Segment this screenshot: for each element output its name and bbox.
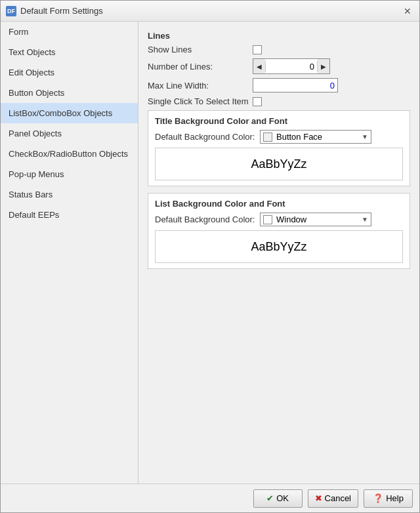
single-click-label: Single Click To Select Item [148,96,253,106]
ok-check-icon: ✔ [266,493,274,503]
show-lines-label: Show Lines [148,45,253,54]
sidebar-item-button-objects[interactable]: Button Objects [1,83,138,103]
list-bg-preview-text: AaBbYyZz [251,240,306,254]
help-icon: ❓ [373,493,383,503]
footer: ✔ OK ✖ Cancel ❓ Help [1,483,419,512]
show-lines-checkbox[interactable] [253,45,262,54]
lines-section-title: Lines [148,31,410,41]
number-of-lines-increment[interactable]: ▶ [318,59,329,73]
sidebar-item-form[interactable]: Form [1,22,138,42]
title-bg-color-label: Default Background Color: [155,132,260,142]
list-bg-section-title: List Background Color and Font [155,199,403,209]
title-bg-color-name: Button Face [276,132,362,142]
list-bg-preview: AaBbYyZz [155,230,403,263]
number-of-lines-input-group: ◀ 0 ▶ [253,58,330,74]
show-lines-row: Show Lines [148,45,410,54]
window: DF Default Form Settings ✕ Form Text Obj… [0,0,420,513]
max-line-width-label: Max Line Width: [148,81,253,91]
sidebar-item-listbox-combobox[interactable]: ListBox/ComboBox Objects [1,103,138,123]
help-label: Help [386,493,404,503]
ok-label: OK [276,493,289,503]
title-bg-color-row: Default Background Color: Button Face ▼ [155,130,403,144]
title-bg-dropdown-arrow-icon: ▼ [362,133,368,140]
help-button[interactable]: ❓ Help [364,489,413,508]
cancel-x-icon: ✖ [315,493,322,503]
sidebar-item-popup-menus[interactable]: Pop-up Menus [1,164,138,184]
ok-button[interactable]: ✔ OK [253,489,303,508]
sidebar-item-status-bars[interactable]: Status Bars [1,184,138,205]
cancel-button[interactable]: ✖ Cancel [308,489,358,508]
list-bg-dropdown-arrow-icon: ▼ [362,216,368,223]
sidebar-item-edit-objects[interactable]: Edit Objects [1,62,138,83]
title-bar: DF Default Form Settings ✕ [1,1,419,22]
single-click-checkbox[interactable] [253,97,262,106]
content-area: Form Text Objects Edit Objects Button Ob… [1,22,419,483]
title-bg-color-swatch [263,133,272,142]
sidebar-item-text-objects[interactable]: Text Objects [1,42,138,62]
sidebar-item-panel-objects[interactable]: Panel Objects [1,123,138,144]
list-bg-color-select[interactable]: Window ▼ [260,213,371,226]
number-of-lines-value: 0 [265,61,318,72]
list-bg-color-name: Window [276,215,362,224]
number-of-lines-label: Number of Lines: [148,62,253,72]
cancel-label: Cancel [325,493,351,503]
title-bg-preview-text: AaBbYyZz [251,157,306,171]
single-click-row: Single Click To Select Item [148,96,410,106]
title-bg-preview: AaBbYyZz [155,148,403,180]
sidebar-item-checkbox-radiobutton[interactable]: CheckBox/RadioButton Objects [1,144,138,164]
number-of-lines-decrement[interactable]: ◀ [253,59,265,73]
lines-section: Lines Show Lines Number of Lines: ◀ 0 ▶ [148,31,410,106]
window-title: Default Form Settings [20,6,401,16]
app-icon: DF [6,6,16,16]
number-of-lines-row: Number of Lines: ◀ 0 ▶ [148,58,410,74]
title-bg-section: Title Background Color and Font Default … [148,110,410,186]
sidebar-item-default-eeps[interactable]: Default EEPs [1,205,138,225]
close-button[interactable]: ✕ [401,5,414,18]
title-bg-section-title: Title Background Color and Font [155,116,403,126]
list-bg-section: List Background Color and Font Default B… [148,193,410,269]
list-bg-color-swatch [263,215,272,224]
list-bg-color-label: Default Background Color: [155,215,260,224]
max-line-width-row: Max Line Width: 0 [148,78,410,92]
sidebar: Form Text Objects Edit Objects Button Ob… [1,22,138,483]
main-panel: Lines Show Lines Number of Lines: ◀ 0 ▶ [138,22,419,483]
max-line-width-input[interactable]: 0 [253,78,338,92]
title-bg-color-select[interactable]: Button Face ▼ [260,130,371,144]
list-bg-color-row: Default Background Color: Window ▼ [155,213,403,226]
